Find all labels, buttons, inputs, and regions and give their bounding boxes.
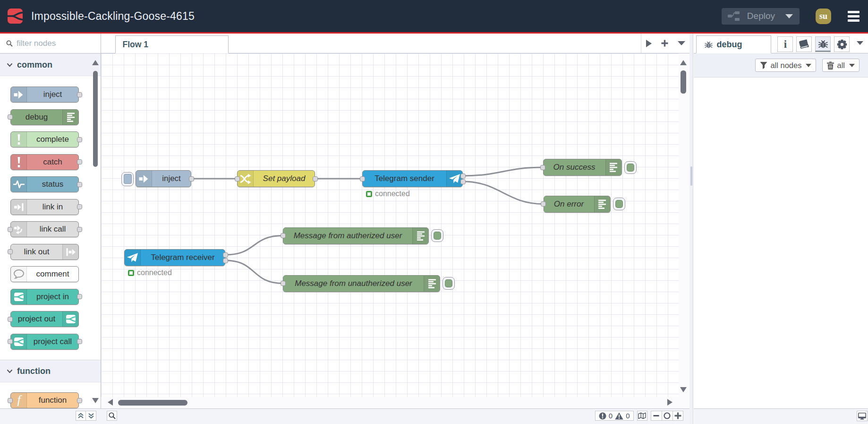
- canvas-scroll-left-icon[interactable]: [108, 399, 113, 406]
- node-input-port[interactable]: [541, 201, 546, 207]
- palette-node-input-port[interactable]: [8, 249, 13, 254]
- flow-node-receiver[interactable]: Telegram receiver: [124, 249, 225, 266]
- node-input-port[interactable]: [360, 176, 365, 182]
- sidebar-tabs-caret-icon[interactable]: [857, 41, 863, 45]
- wire-receiver-to-msgunauth[interactable]: [225, 260, 283, 284]
- palette-category-common[interactable]: common: [0, 53, 101, 76]
- palette-node-input-port[interactable]: [8, 227, 13, 232]
- sidebar-config-button[interactable]: [834, 36, 850, 52]
- flow-node-msgunauth[interactable]: Message from unautherized user: [283, 275, 440, 292]
- canvas-scroll-right-icon[interactable]: [667, 399, 672, 406]
- navigator-button[interactable]: [637, 411, 647, 421]
- palette-search-input[interactable]: [17, 39, 92, 48]
- flow-canvas[interactable]: inject Set payload Telegram sender conne…: [101, 53, 679, 397]
- link-call-icon: [14, 224, 24, 234]
- palette-node-comment[interactable]: comment: [10, 266, 79, 282]
- node-input-port[interactable]: [281, 233, 286, 238]
- palette-node-output-port[interactable]: [77, 182, 82, 187]
- flow-node-onsuccess[interactable]: On success: [543, 159, 622, 176]
- debug-toggle-button[interactable]: [624, 161, 637, 174]
- main-menu-button[interactable]: [848, 11, 859, 22]
- zoom-reset-button[interactable]: [662, 411, 672, 420]
- tab-scroll-right-icon[interactable]: [646, 40, 652, 47]
- tab-flow-1[interactable]: Flow 1: [115, 35, 229, 53]
- canvas-scroll-down-icon[interactable]: [680, 387, 687, 392]
- sidebar-debug-button[interactable]: [815, 36, 831, 52]
- palette-collapse-all-button[interactable]: [76, 411, 86, 421]
- node-output-port[interactable]: [460, 173, 466, 179]
- node-output-port[interactable]: [223, 252, 228, 258]
- wire-receiver-to-msgauth[interactable]: [225, 236, 283, 255]
- node-input-port[interactable]: [235, 176, 240, 182]
- wire-sender-to-onerror[interactable]: [463, 182, 544, 204]
- debug-toggle-button[interactable]: [431, 229, 443, 242]
- flow-node-change[interactable]: Set payload: [237, 170, 315, 187]
- palette-node-project-out[interactable]: project out: [10, 311, 79, 327]
- palette-node-status[interactable]: status: [10, 176, 79, 192]
- node-output-port[interactable]: [460, 179, 466, 184]
- node-output-port[interactable]: [223, 258, 228, 263]
- debug-clear-button[interactable]: all: [822, 59, 859, 72]
- node-input-port[interactable]: [540, 165, 545, 170]
- notifications-counts[interactable]: 0 0: [595, 411, 634, 421]
- open-in-window-button[interactable]: [857, 411, 868, 421]
- palette-expand-all-button[interactable]: [86, 411, 96, 421]
- palette-node-output-port[interactable]: [77, 339, 82, 344]
- palette-node-input-port[interactable]: [8, 339, 13, 344]
- node-output-port[interactable]: [313, 176, 318, 182]
- debug-toggle-button[interactable]: [613, 198, 625, 210]
- add-flow-button[interactable]: [661, 39, 669, 47]
- palette-category-function[interactable]: function: [0, 360, 101, 382]
- palette-scrollbar-thumb[interactable]: [93, 71, 98, 167]
- debug-filter-button[interactable]: all nodes: [755, 59, 816, 72]
- avatar[interactable]: su: [816, 9, 831, 24]
- palette-node-output-port[interactable]: [77, 92, 82, 97]
- flow-node-onerror[interactable]: On error: [544, 196, 611, 213]
- palette-node-output-port[interactable]: [77, 159, 82, 164]
- sidebar-info-button[interactable]: i: [777, 36, 793, 52]
- flow-node-inject[interactable]: inject: [136, 170, 191, 187]
- palette-scroll-down-icon[interactable]: [92, 398, 99, 403]
- palette-node-input-port[interactable]: [8, 114, 13, 120]
- palette-node-output-port[interactable]: [77, 398, 82, 403]
- wire-sender-to-onsuccess[interactable]: [463, 167, 543, 176]
- canvas-vscrollbar-thumb[interactable]: [681, 70, 686, 94]
- zoom-in-button[interactable]: [672, 411, 683, 420]
- palette-node-inject[interactable]: inject: [10, 87, 79, 103]
- flow-node-msgauth[interactable]: Message from autherized user: [283, 227, 429, 244]
- canvas-scroll-up-icon[interactable]: [680, 60, 687, 65]
- palette-node-output-port[interactable]: [77, 227, 82, 232]
- zoom-out-button[interactable]: [651, 411, 662, 420]
- deploy-button[interactable]: Deploy: [722, 8, 800, 25]
- palette-node-input-port[interactable]: [8, 398, 13, 403]
- node-output-port[interactable]: [189, 176, 194, 182]
- tab-controls: [641, 34, 689, 53]
- search-flows-button[interactable]: [107, 411, 117, 421]
- flow-node-sender[interactable]: Telegram sender: [362, 170, 463, 187]
- deploy-options-caret-icon[interactable]: [785, 14, 793, 18]
- sidebar-help-button[interactable]: [796, 36, 812, 52]
- palette-node-link-out[interactable]: link out: [10, 244, 79, 260]
- node-input-port[interactable]: [281, 281, 286, 286]
- palette-node-output-port[interactable]: [77, 294, 82, 299]
- palette-scroll-up-icon[interactable]: [92, 60, 99, 65]
- palette-node-project-call[interactable]: project call: [10, 334, 79, 350]
- palette-node-complete[interactable]: complete: [10, 131, 79, 147]
- palette-node-output-port[interactable]: [77, 137, 82, 142]
- palette-node-input-port[interactable]: [8, 317, 13, 322]
- debug-list-icon: [609, 162, 618, 173]
- flow-list-caret-icon[interactable]: [678, 41, 685, 45]
- canvas-hscrollbar-thumb[interactable]: [118, 400, 187, 406]
- palette-node-link-call[interactable]: link call: [10, 221, 79, 237]
- sidebar-tab-debug[interactable]: debug: [696, 35, 771, 53]
- palette-node-function[interactable]: ffunction: [10, 392, 79, 408]
- node-status: connected: [128, 268, 172, 277]
- debug-toggle-button[interactable]: [443, 277, 455, 290]
- inject-button[interactable]: [121, 172, 134, 186]
- palette-node-catch[interactable]: catch: [10, 154, 79, 170]
- palette-node-debug[interactable]: debug: [10, 109, 79, 125]
- palette-node-project-in[interactable]: project in: [10, 289, 79, 305]
- palette-node-output-port[interactable]: [77, 204, 82, 209]
- palette-node-link-in[interactable]: link in: [10, 199, 79, 215]
- sidebar-splitter[interactable]: [689, 34, 693, 424]
